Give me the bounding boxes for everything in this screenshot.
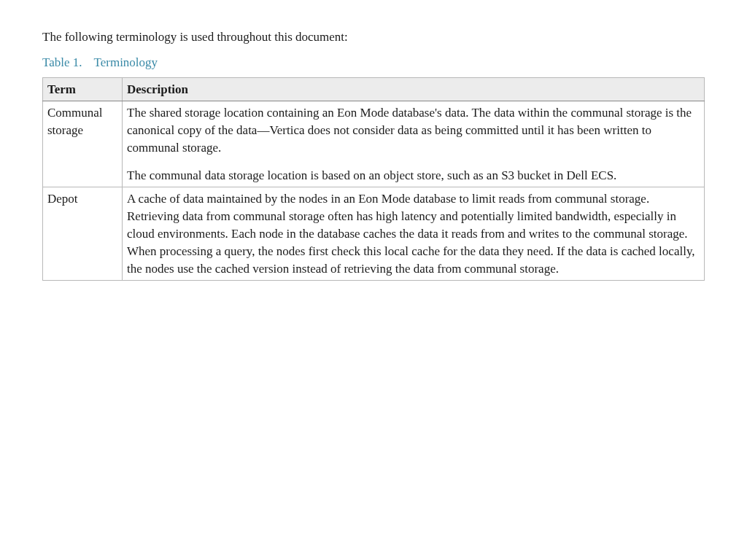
cell-term: Communal storage — [43, 101, 123, 187]
table-row: Depot A cache of data maintained by the … — [43, 187, 705, 281]
description-paragraph: A cache of data maintained by the nodes … — [127, 190, 700, 277]
description-paragraph: The shared storage location containing a… — [127, 104, 700, 156]
table-number: Table 1. — [42, 55, 82, 70]
header-term: Term — [43, 77, 123, 101]
intro-paragraph: The following terminology is used throug… — [42, 28, 705, 47]
description-paragraph: The communal data storage location is ba… — [127, 167, 700, 184]
table-row: Communal storage The shared storage loca… — [43, 101, 705, 187]
terminology-table: Term Description Communal storage The sh… — [42, 77, 705, 281]
table-title: Terminology — [94, 55, 158, 69]
table-header-row: Term Description — [43, 77, 705, 101]
header-description: Description — [123, 77, 705, 101]
cell-description: The shared storage location containing a… — [123, 101, 705, 187]
table-caption: Table 1.Terminology — [42, 55, 705, 70]
cell-description: A cache of data maintained by the nodes … — [123, 187, 705, 281]
document-page: The following terminology is used throug… — [0, 0, 747, 281]
table-body: Communal storage The shared storage loca… — [43, 101, 705, 281]
cell-term: Depot — [43, 187, 123, 281]
